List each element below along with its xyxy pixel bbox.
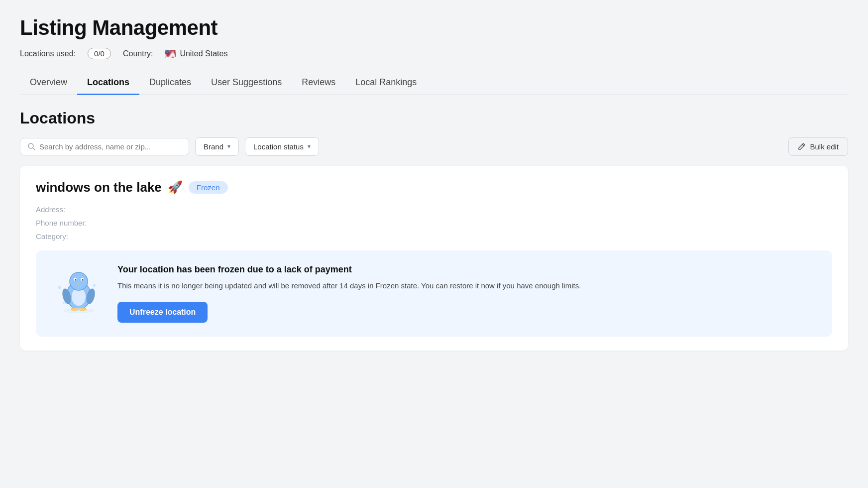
status-filter-label: Location status <box>253 142 304 151</box>
status-filter-dropdown[interactable]: Location status ▾ <box>245 137 319 156</box>
tab-local-rankings[interactable]: Local Rankings <box>345 71 427 95</box>
meta-row: Locations used: 0/0 Country: 🇺🇸 United S… <box>20 48 848 59</box>
chevron-down-icon: ▾ <box>308 143 311 150</box>
location-card-header: windows on the lake 🚀 Frozen <box>36 180 832 195</box>
tab-locations[interactable]: Locations <box>77 71 139 95</box>
rocket-emoji: 🚀 <box>168 180 183 194</box>
locations-section-title: Locations <box>20 109 848 127</box>
brand-filter-label: Brand <box>204 142 223 151</box>
tab-duplicates[interactable]: Duplicates <box>139 71 201 95</box>
category-label: Category: <box>36 232 68 241</box>
location-name: windows on the lake <box>36 180 162 195</box>
search-input[interactable] <box>39 142 182 151</box>
page-title: Listing Management <box>20 16 848 40</box>
bulk-edit-label: Bulk edit <box>810 142 839 151</box>
bulk-edit-button[interactable]: Bulk edit <box>788 137 848 156</box>
filter-row: Brand ▾ Location status ▾ Bulk edit <box>20 137 848 156</box>
frozen-notice-description: This means it is no longer being updated… <box>117 280 814 292</box>
tab-reviews[interactable]: Reviews <box>292 71 345 95</box>
frozen-notice: ❄ ❄ ❄ Your location has been frozen due … <box>36 250 832 337</box>
svg-point-5 <box>70 272 88 290</box>
frozen-badge: Frozen <box>189 181 228 194</box>
svg-text:❄: ❄ <box>63 301 66 305</box>
unfreeze-location-button[interactable]: Unfreeze location <box>117 302 208 323</box>
svg-point-8 <box>75 279 77 280</box>
chevron-down-icon: ▾ <box>227 143 230 150</box>
phone-label: Phone number: <box>36 219 87 227</box>
location-phone: Phone number: <box>36 219 832 227</box>
tab-user-suggestions[interactable]: User Suggestions <box>201 71 292 95</box>
svg-line-1 <box>33 148 35 150</box>
svg-point-14 <box>63 308 95 313</box>
svg-line-2 <box>802 144 804 146</box>
location-card: windows on the lake 🚀 Frozen Address: Ph… <box>20 166 848 351</box>
nav-tabs: Overview Locations Duplicates User Sugge… <box>20 71 848 95</box>
locations-used-label: Locations used: <box>20 49 76 58</box>
search-icon <box>27 142 35 150</box>
brand-filter-dropdown[interactable]: Brand ▾ <box>195 137 239 156</box>
edit-icon <box>798 142 806 150</box>
content-area: Locations Brand ▾ Location status ▾ <box>20 95 848 351</box>
country-label: Country: <box>123 49 153 58</box>
svg-text:❄: ❄ <box>93 283 96 288</box>
svg-text:❄: ❄ <box>58 285 62 290</box>
country-name: United States <box>180 49 227 58</box>
locations-used-badge: 0/0 <box>88 48 111 59</box>
location-address: Address: <box>36 205 832 214</box>
frozen-notice-title: Your location has been frozen due to a l… <box>117 264 814 275</box>
frozen-notice-content: Your location has been frozen due to a l… <box>117 264 814 323</box>
location-category: Category: <box>36 232 832 241</box>
address-label: Address: <box>36 205 65 214</box>
penguin-illustration: ❄ ❄ ❄ <box>54 264 104 314</box>
search-input-wrapper <box>20 138 189 155</box>
svg-point-9 <box>82 279 84 280</box>
country-flag: 🇺🇸 <box>165 48 176 59</box>
country-display: 🇺🇸 United States <box>165 48 227 59</box>
tab-overview[interactable]: Overview <box>20 71 77 95</box>
